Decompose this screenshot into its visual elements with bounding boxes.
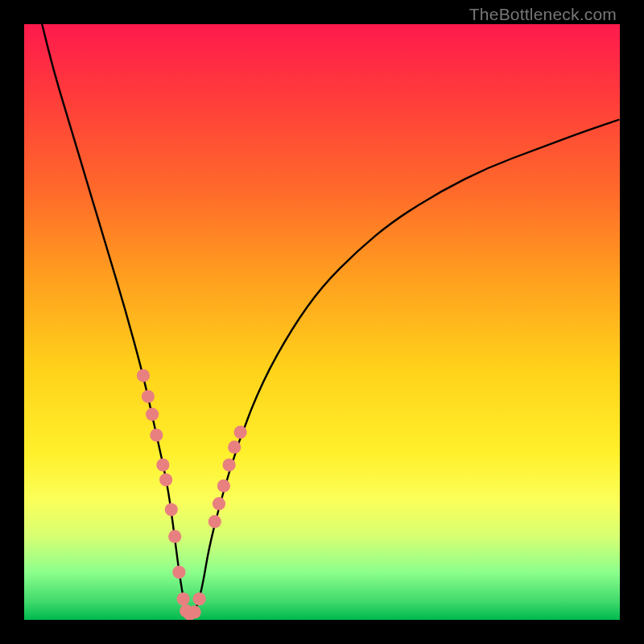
marker-dot xyxy=(188,605,201,618)
marker-dot xyxy=(234,426,247,439)
marker-dot xyxy=(168,530,181,543)
marker-dot xyxy=(208,515,221,528)
marker-dot xyxy=(142,390,155,402)
marker-dot xyxy=(172,566,185,579)
curve-svg xyxy=(24,24,620,620)
marker-dot xyxy=(159,473,172,486)
plot-area xyxy=(24,24,620,620)
marker-dot xyxy=(177,592,190,605)
marker-dot xyxy=(193,592,206,605)
marker-dot xyxy=(156,459,169,472)
marker-dot xyxy=(137,369,150,382)
marker-dot xyxy=(165,503,178,516)
marker-dot xyxy=(223,459,236,472)
watermark-text: TheBottleneck.com xyxy=(469,5,617,24)
marker-dot xyxy=(150,429,163,442)
bottleneck-curve xyxy=(42,24,620,613)
curve-markers xyxy=(137,369,247,621)
marker-dot xyxy=(228,440,241,453)
marker-dot xyxy=(213,497,225,510)
marker-dot xyxy=(146,408,159,421)
chart-frame: TheBottleneck.com xyxy=(0,0,644,644)
marker-dot xyxy=(217,479,230,492)
